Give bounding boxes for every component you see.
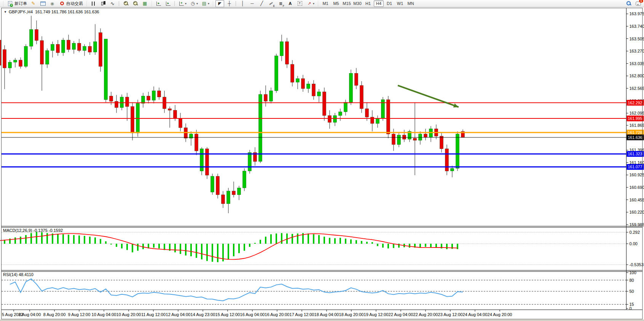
- indicators-button[interactable]: +▾: [177, 0, 188, 7]
- chevron-down-icon[interactable]: ▾: [208, 2, 209, 5]
- new-chart-button[interactable]: [38, 0, 47, 7]
- cursor-button[interactable]: ◤: [215, 0, 224, 7]
- crosshair-icon: ┼: [226, 1, 233, 6]
- candlestick-chart-button[interactable]: [99, 0, 107, 7]
- auto-trading-button[interactable]: 自动交易: [57, 0, 84, 7]
- zoom-in-button[interactable]: +: [121, 0, 130, 7]
- time-axis-label: 10 Aug 20:00: [116, 312, 141, 317]
- price-axis-label: 160.455: [630, 198, 644, 202]
- timeframe-W1[interactable]: W1: [395, 0, 405, 7]
- vertical-line-button[interactable]: │: [238, 0, 247, 7]
- price-axis-label: 163.035: [630, 61, 644, 66]
- chevron-down-icon[interactable]: ▾: [196, 2, 198, 5]
- price-axis-label: 160.690: [630, 185, 644, 190]
- candle: [238, 188, 241, 195]
- timeframe-M30[interactable]: M30: [352, 0, 362, 7]
- line-chart-button[interactable]: ∿: [108, 0, 117, 7]
- time-axis-label: 18 Aug 20:00: [339, 312, 364, 317]
- trendline-button[interactable]: ╱: [257, 0, 266, 7]
- candle: [349, 73, 353, 102]
- candle: [227, 191, 230, 204]
- candle: [190, 134, 193, 138]
- candle: [419, 134, 422, 141]
- signal-icon: ◉: [49, 1, 56, 6]
- toolbar-separator: [119, 1, 120, 6]
- time-axis-label: 22 Aug 20:00: [413, 312, 438, 317]
- timeframe-H1[interactable]: H1: [363, 0, 373, 7]
- text-label-button[interactable]: T: [295, 0, 304, 7]
- tile-windows-button[interactable]: ▦: [140, 0, 149, 7]
- price-axis-label: 163.740: [630, 24, 644, 29]
- timeframe-MN[interactable]: MN: [406, 0, 416, 7]
- candle: [397, 135, 401, 145]
- mt4-window: +新订单✎◉自动交易∿+−▦▸▸+▾◷▾▤▾◤┼│─╱∥E≣FAT↗▾M1M5M…: [0, 0, 644, 321]
- candle: [131, 107, 134, 133]
- new-order-button[interactable]: +新订单: [6, 0, 28, 7]
- candle: [392, 134, 395, 145]
- equidistant-channel-button[interactable]: ∥E: [267, 0, 276, 7]
- label-icon: T: [296, 1, 303, 6]
- crosshair-button[interactable]: ┼: [225, 0, 234, 7]
- timeframe-M1[interactable]: M1: [320, 0, 330, 7]
- auto-scroll-button[interactable]: ▸: [164, 0, 172, 7]
- chart-canvas[interactable]: 163.975163.740163.505163.270163.035162.8…: [0, 8, 644, 321]
- time-axis-label: 22 Aug 04:00: [389, 312, 413, 317]
- candle: [78, 43, 81, 50]
- autotrading-icon: [59, 1, 65, 6]
- time-axis-label: 16 Aug 20:00: [265, 312, 290, 317]
- price-axis-label: 161.865: [630, 123, 644, 128]
- candle: [211, 176, 214, 192]
- arrows-button[interactable]: ↗▾: [305, 0, 316, 7]
- trend-arrow[interactable]: [398, 85, 459, 107]
- price-badge-value: 161.636: [628, 135, 642, 140]
- search-button[interactable]: [624, 0, 633, 7]
- timeframe-H4[interactable]: H4: [374, 0, 384, 7]
- autoscroll-icon: ▸: [165, 1, 171, 6]
- candle: [216, 176, 220, 195]
- candle: [147, 96, 150, 100]
- timeframe-D1[interactable]: D1: [384, 0, 394, 7]
- auto-trading-label: 自动交易: [66, 1, 83, 6]
- styler-button[interactable]: ✎: [29, 0, 38, 7]
- candle: [120, 97, 124, 108]
- candle: [142, 96, 145, 103]
- chevron-down-icon[interactable]: ▾: [185, 2, 187, 5]
- price-axis-label: 162.800: [630, 73, 644, 78]
- search-icon: [625, 1, 632, 6]
- text-button[interactable]: A: [286, 0, 295, 7]
- notifications-button[interactable]: 1: [634, 0, 642, 7]
- time-axis-label: 18 Aug 04:00: [314, 312, 339, 317]
- rsi-line: [10, 279, 463, 301]
- candle: [259, 94, 262, 161]
- periods-button[interactable]: ◷▾: [188, 0, 199, 7]
- signals-button[interactable]: ◉: [48, 0, 57, 7]
- candle: [222, 195, 225, 204]
- periods-icon: ◷: [190, 1, 196, 6]
- chart-shift-button[interactable]: ▸: [154, 0, 163, 7]
- rsi-axis-label: 100: [630, 270, 636, 275]
- templates-button[interactable]: ▤▾: [200, 0, 210, 7]
- fibo-f: F: [283, 5, 284, 7]
- bar-chart-button[interactable]: [89, 0, 98, 7]
- timeframe-M15[interactable]: M15: [342, 0, 352, 7]
- candle: [88, 46, 92, 52]
- candle: [200, 149, 204, 171]
- channel-e: E: [273, 5, 275, 7]
- candle: [328, 115, 332, 122]
- timeframe-M5[interactable]: M5: [331, 0, 341, 7]
- price-axis-label: 160.220: [630, 210, 644, 214]
- chevron-down-icon[interactable]: ▾: [313, 2, 314, 5]
- zoom-out-button[interactable]: −: [131, 0, 140, 7]
- zoom-out-icon: −: [132, 1, 139, 6]
- horizontal-line-button[interactable]: ─: [248, 0, 257, 7]
- chart-collapse-icon[interactable]: ▼: [4, 10, 7, 14]
- candle: [360, 85, 363, 109]
- candles-glyph: [101, 1, 105, 6]
- window-glyph: [40, 2, 46, 6]
- trend-arrow-head[interactable]: [453, 104, 459, 108]
- templates-icon: ▤: [201, 1, 207, 6]
- candle: [168, 109, 172, 110]
- text-icon: A: [287, 1, 293, 6]
- candle: [99, 33, 102, 67]
- fibonacci-button[interactable]: ≣F: [276, 0, 285, 7]
